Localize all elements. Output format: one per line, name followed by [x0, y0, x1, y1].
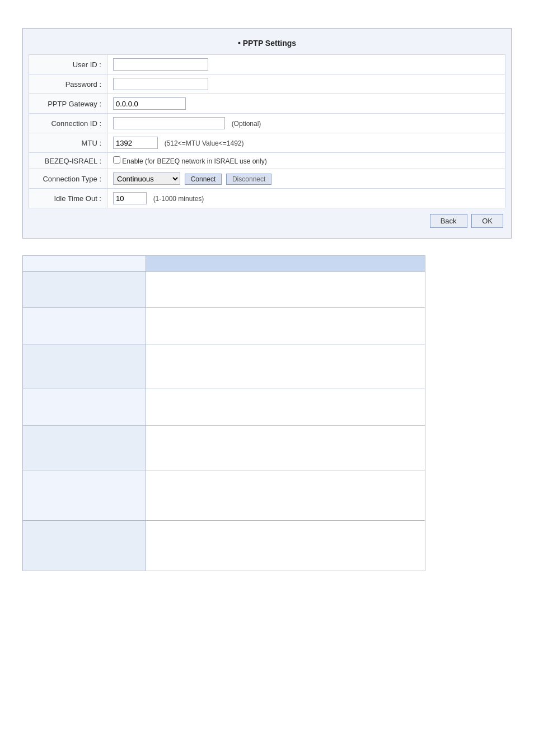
lower-table-row-6 [23, 470, 425, 521]
idle-timeout-row: Idle Time Out : (1-1000 minutes) [29, 189, 505, 208]
connection-type-label: Connection Type : [29, 169, 107, 189]
connection-type-select[interactable]: Continuous Connect on Demand Manual [113, 172, 180, 185]
bezeq-israel-row: BEZEQ-ISRAEL : Enable (for BEZEQ network… [29, 153, 505, 169]
pptp-footer: Back OK [23, 208, 511, 232]
lower-table-header-row [23, 256, 425, 272]
mtu-row: MTU : (512<=MTU Value<=1492) [29, 133, 505, 153]
connection-id-hint: (Optional) [232, 120, 261, 128]
lower-table-cell-2-1 [23, 308, 146, 344]
connection-id-label: Connection ID : [29, 114, 107, 133]
pptp-title: PPTP Settings [23, 34, 511, 54]
user-id-input[interactable] [113, 58, 208, 71]
lower-table-header-col2 [146, 256, 425, 272]
user-id-row: User ID : [29, 55, 505, 74]
mtu-input[interactable] [113, 137, 158, 149]
connection-id-cell: (Optional) [107, 114, 505, 133]
connect-button[interactable]: Connect [185, 174, 222, 185]
pptp-form-table: User ID : Password : PPTP Gateway : [29, 54, 505, 208]
lower-table-cell-1-1 [23, 272, 146, 308]
lower-table-row-3 [23, 344, 425, 389]
mtu-label: MTU : [29, 133, 107, 153]
password-row: Password : [29, 74, 505, 94]
bezeq-israel-label: BEZEQ-ISRAEL : [29, 153, 107, 169]
pptp-settings-panel: PPTP Settings User ID : Password : [22, 28, 512, 239]
lower-table-cell-5-2 [146, 426, 425, 470]
lower-table-row-5 [23, 426, 425, 470]
lower-table [22, 255, 425, 571]
disconnect-button[interactable]: Disconnect [226, 174, 271, 185]
pptp-gateway-row: PPTP Gateway : [29, 94, 505, 114]
pptp-gateway-label: PPTP Gateway : [29, 94, 107, 114]
connection-type-row: Connection Type : Continuous Connect on … [29, 169, 505, 189]
lower-table-cell-6-2 [146, 470, 425, 521]
lower-table-cell-4-1 [23, 389, 146, 426]
connection-id-input[interactable] [113, 117, 225, 129]
lower-table-cell-3-2 [146, 344, 425, 389]
idle-timeout-label: Idle Time Out : [29, 189, 107, 208]
lower-table-cell-5-1 [23, 426, 146, 470]
password-input[interactable] [113, 78, 208, 90]
ok-button[interactable]: OK [471, 214, 503, 228]
lower-table-header-col1 [23, 256, 146, 272]
lower-table-row-4 [23, 389, 425, 426]
bezeq-israel-option[interactable]: Enable (for BEZEQ network in ISRAEL use … [113, 157, 267, 165]
bezeq-israel-cell: Enable (for BEZEQ network in ISRAEL use … [107, 153, 505, 169]
lower-table-cell-7-2 [146, 521, 425, 571]
user-id-cell [107, 55, 505, 74]
bezeq-israel-checkbox[interactable] [113, 156, 120, 164]
lower-table-cell-2-2 [146, 308, 425, 344]
password-label: Password : [29, 74, 107, 94]
idle-timeout-cell: (1-1000 minutes) [107, 189, 505, 208]
lower-table-cell-1-2 [146, 272, 425, 308]
idle-timeout-input[interactable] [113, 192, 147, 204]
connection-type-cell: Continuous Connect on Demand Manual Conn… [107, 169, 505, 189]
idle-timeout-hint: (1-1000 minutes) [153, 195, 204, 203]
connection-id-row: Connection ID : (Optional) [29, 114, 505, 133]
lower-table-row-2 [23, 308, 425, 344]
pptp-gateway-cell [107, 94, 505, 114]
lower-table-cell-3-1 [23, 344, 146, 389]
lower-table-row-7 [23, 521, 425, 571]
lower-table-cell-6-1 [23, 470, 146, 521]
password-cell [107, 74, 505, 94]
back-button[interactable]: Back [430, 214, 467, 228]
user-id-label: User ID : [29, 55, 107, 74]
lower-table-cell-7-1 [23, 521, 146, 571]
bezeq-israel-checkbox-label: Enable (for BEZEQ network in ISRAEL use … [122, 157, 266, 165]
pptp-gateway-input[interactable] [113, 97, 186, 110]
mtu-hint: (512<=MTU Value<=1492) [165, 139, 244, 147]
lower-table-row-1 [23, 272, 425, 308]
lower-table-cell-4-2 [146, 389, 425, 426]
mtu-cell: (512<=MTU Value<=1492) [107, 133, 505, 153]
